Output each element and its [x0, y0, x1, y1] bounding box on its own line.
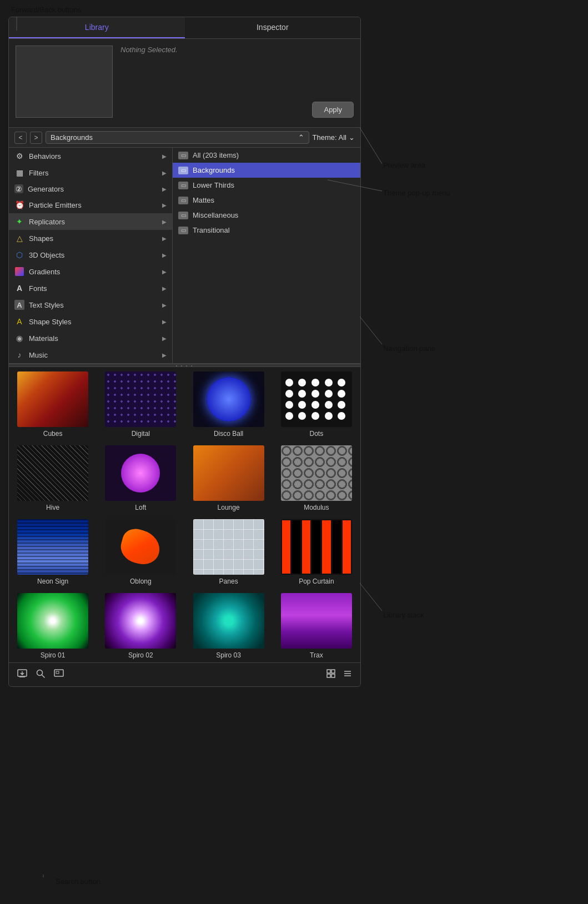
particle-emitters-icon: ⏰: [14, 200, 24, 210]
nav-item-replicators[interactable]: ✦ Replicators ▶: [9, 213, 172, 230]
tab-library[interactable]: Library: [9, 17, 185, 38]
shape-styles-icon: A: [14, 317, 24, 327]
thumb-modulus: [281, 445, 352, 501]
svg-line-2: [42, 675, 45, 678]
grid-item-hive[interactable]: Hive: [9, 441, 97, 515]
nav-item-text-styles[interactable]: A Text Styles ▶: [9, 297, 172, 313]
nav-item-gradients[interactable]: Gradients ▶: [9, 263, 172, 280]
breadcrumb-label[interactable]: Backgrounds ⌃: [46, 131, 309, 144]
grid-item-neon-sign[interactable]: Neon Sign: [9, 515, 97, 589]
grid-item-panes[interactable]: Panes: [185, 515, 273, 589]
fonts-icon: A: [14, 283, 24, 293]
svg-line-15: [360, 583, 382, 611]
nav-item-fonts[interactable]: A Fonts ▶: [9, 280, 172, 297]
folder-misc-icon: ▭: [178, 212, 188, 219]
nav-item-filters[interactable]: ▦ Filters ▶: [9, 164, 172, 181]
navigation-pane-annotation: Navigation pane: [383, 344, 435, 353]
forward-back-annotation: Forward/Back buttons: [11, 6, 81, 14]
folder-item-all[interactable]: ▭ All (203 items): [173, 148, 360, 163]
grid-item-lounge[interactable]: Lounge: [185, 441, 273, 515]
folder-mattes-icon: ▭: [178, 197, 188, 204]
label-panes: Panes: [219, 577, 238, 585]
chevron-gradients: ▶: [162, 269, 167, 275]
thumb-lounge: [193, 445, 264, 501]
preview-area: Nothing Selected. Apply: [9, 39, 360, 128]
folder-item-miscellaneous[interactable]: ▭ Miscellaneous: [173, 208, 360, 223]
nav-item-materials[interactable]: ◉ Materials ▶: [9, 330, 172, 346]
grid-item-dots[interactable]: Dots: [273, 367, 360, 441]
label-modulus: Modulus: [304, 504, 329, 511]
label-digital: Digital: [132, 430, 150, 438]
replicators-icon: ✦: [14, 217, 24, 227]
gradients-label: Gradients: [29, 268, 60, 276]
breadcrumb-bar: < > Backgrounds ⌃ Theme: All ⌄: [9, 128, 360, 148]
folder-backgrounds-icon: ▭: [178, 167, 188, 174]
thumb-loft: [105, 445, 176, 501]
folder-item-lower-thirds[interactable]: ▭ Lower Thirds: [173, 178, 360, 193]
library-stack-annotation: Library stack: [383, 611, 424, 619]
nav-item-music[interactable]: ♪ Music ▶: [9, 346, 172, 363]
grid-item-digital[interactable]: Digital: [97, 367, 184, 441]
import-button[interactable]: [16, 667, 29, 682]
theme-popup[interactable]: Theme: All ⌄: [313, 133, 355, 142]
grid-item-trax[interactable]: Trax: [273, 589, 360, 662]
library-stack: Cubes Digital Disco Ball: [9, 367, 360, 662]
tab-inspector[interactable]: Inspector: [185, 17, 361, 38]
nav-item-shapes[interactable]: △ Shapes ▶: [9, 230, 172, 247]
thumb-neon-sign: [17, 519, 88, 575]
folder-transitional-label: Transitional: [193, 226, 230, 234]
filters-label: Filters: [29, 169, 48, 177]
folder-item-backgrounds[interactable]: ▭ Backgrounds: [173, 163, 360, 178]
particle-emitters-label: Particle Emitters: [29, 201, 82, 209]
chevron-behaviors: ▶: [162, 153, 167, 159]
label-disco-ball: Disco Ball: [214, 430, 243, 438]
folder-pane: ▭ All (203 items) ▭ Backgrounds ▭ Lower …: [173, 148, 360, 363]
grid-item-spiro01[interactable]: Spiro 01: [9, 589, 97, 662]
toolbar-left: [16, 667, 66, 682]
chevron-generators: ▶: [162, 186, 167, 192]
grid-item-pop-curtain[interactable]: Pop Curtain: [273, 515, 360, 589]
grid-item-oblong[interactable]: Oblong: [97, 515, 184, 589]
thumb-disco-ball: [193, 371, 264, 427]
bottom-toolbar: [9, 662, 360, 686]
forward-button[interactable]: >: [30, 132, 42, 144]
nav-item-3d-objects[interactable]: ⬡ 3D Objects ▶: [9, 247, 172, 263]
generators-icon: ②: [14, 184, 23, 193]
list-view-button[interactable]: [341, 667, 354, 682]
grid-item-loft[interactable]: Loft: [97, 441, 184, 515]
grid-item-spiro03[interactable]: Spiro 03: [185, 589, 273, 662]
theme-popup-annotation: Theme pop-up menu: [383, 189, 450, 197]
folder-mattes-label: Mattes: [193, 196, 214, 204]
folder-item-transitional[interactable]: ▭ Transitional: [173, 223, 360, 238]
search-button-annotation: Search button: [56, 877, 100, 886]
preview-button[interactable]: [52, 667, 66, 682]
svg-rect-6: [331, 670, 335, 673]
folder-backgrounds-label: Backgrounds: [193, 166, 235, 174]
thumb-pop-curtain: [281, 519, 352, 575]
grid-item-cubes[interactable]: Cubes: [9, 367, 97, 441]
grid-item-disco-ball[interactable]: Disco Ball: [185, 367, 273, 441]
apply-button[interactable]: Apply: [312, 102, 354, 118]
svg-rect-7: [327, 674, 330, 677]
label-loft: Loft: [135, 504, 146, 511]
grid-item-modulus[interactable]: Modulus: [273, 441, 360, 515]
shape-styles-label: Shape Styles: [29, 318, 72, 326]
grid-view-button[interactable]: [325, 667, 337, 682]
label-hive: Hive: [46, 504, 59, 511]
folder-item-mattes[interactable]: ▭ Mattes: [173, 193, 360, 208]
nav-item-generators[interactable]: ② Generators ▶: [9, 181, 172, 197]
nav-item-behaviors[interactable]: ⚙ Behaviors ▶: [9, 148, 172, 164]
chevron-materials: ▶: [162, 335, 167, 341]
label-neon-sign: Neon Sign: [37, 577, 68, 585]
filters-icon: ▦: [14, 168, 24, 178]
nav-item-shape-styles[interactable]: A Shape Styles ▶: [9, 313, 172, 330]
folder-lower-thirds-label: Lower Thirds: [193, 181, 234, 189]
search-button[interactable]: [34, 667, 47, 682]
back-button[interactable]: <: [14, 132, 27, 144]
label-oblong: Oblong: [130, 577, 152, 585]
thumb-dots: [281, 371, 352, 427]
label-trax: Trax: [310, 651, 323, 659]
preview-area-annotation: Preview area: [383, 161, 425, 169]
grid-item-spiro02[interactable]: Spiro 02: [97, 589, 184, 662]
nav-item-particle-emitters[interactable]: ⏰ Particle Emitters ▶: [9, 197, 172, 213]
